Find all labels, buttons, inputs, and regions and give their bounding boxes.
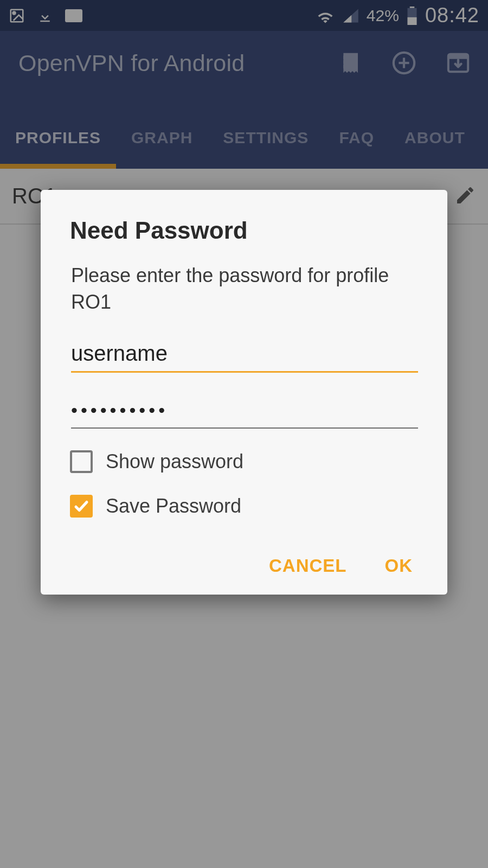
save-password-checkbox[interactable] xyxy=(70,495,93,518)
show-password-label: Show password xyxy=(106,450,243,473)
show-password-checkbox[interactable] xyxy=(70,450,93,473)
dialog-actions: CANCEL OK xyxy=(70,556,418,576)
password-input[interactable] xyxy=(71,384,418,429)
ok-button[interactable]: OK xyxy=(385,556,413,576)
password-dialog: Need Password Please enter the password … xyxy=(41,190,447,595)
dialog-message: Please enter the password for profile RO… xyxy=(70,263,418,315)
password-field-wrap xyxy=(70,384,418,429)
username-field-wrap xyxy=(70,339,418,373)
cancel-button[interactable]: CANCEL xyxy=(269,556,347,576)
save-password-row[interactable]: Save Password xyxy=(70,495,418,518)
show-password-row[interactable]: Show password xyxy=(70,450,418,473)
dialog-title: Need Password xyxy=(70,217,418,244)
username-input[interactable] xyxy=(71,339,418,373)
save-password-label: Save Password xyxy=(106,495,241,518)
modal-overlay: Need Password Please enter the password … xyxy=(0,0,488,868)
